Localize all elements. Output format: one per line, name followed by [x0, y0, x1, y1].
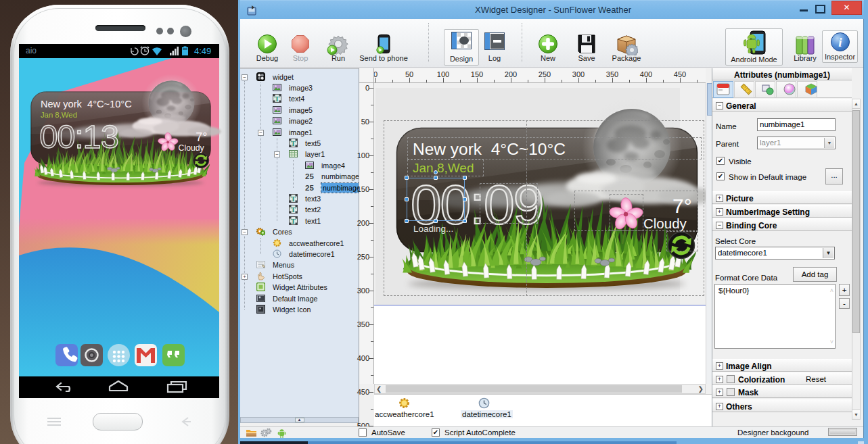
- svg-text:i: i: [838, 35, 842, 49]
- svg-text:00:13: 00:13: [39, 118, 118, 154]
